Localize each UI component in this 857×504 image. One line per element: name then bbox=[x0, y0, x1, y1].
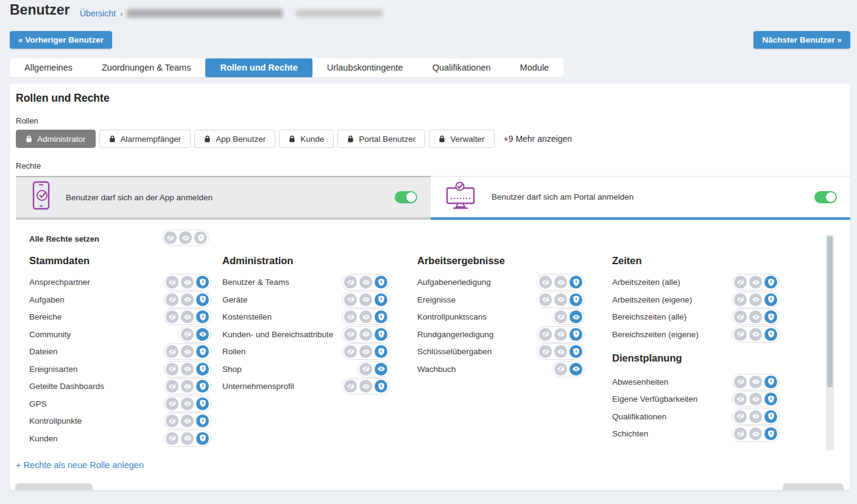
rights-scrollbar-thumb[interactable] bbox=[827, 236, 833, 387]
view-permission-option[interactable] bbox=[554, 345, 567, 358]
view-permission-option[interactable] bbox=[554, 293, 567, 306]
edit-permission-option[interactable] bbox=[764, 310, 777, 323]
hidden-permission-option[interactable] bbox=[166, 380, 178, 393]
edit-permission-option[interactable] bbox=[196, 380, 209, 393]
view-permission-option[interactable] bbox=[749, 410, 762, 423]
hidden-permission-option[interactable] bbox=[539, 345, 552, 358]
edit-permission-option[interactable] bbox=[570, 293, 582, 306]
next-user-button[interactable]: Nächster Benutzer » bbox=[753, 31, 850, 49]
hidden-permission-option[interactable] bbox=[181, 328, 194, 341]
view-permission-option[interactable] bbox=[181, 363, 194, 376]
edit-permission-option[interactable] bbox=[764, 376, 777, 388]
view-permission-option[interactable] bbox=[749, 376, 762, 388]
edit-permission-option[interactable] bbox=[196, 415, 209, 427]
hidden-permission-option[interactable] bbox=[344, 328, 357, 341]
view-permission-option[interactable] bbox=[181, 276, 194, 289]
hidden-permission-option[interactable] bbox=[734, 276, 747, 289]
edit-permission-option[interactable] bbox=[196, 310, 209, 323]
view-permission-option[interactable] bbox=[196, 328, 209, 341]
view-permission-option[interactable] bbox=[181, 345, 194, 358]
hidden-permission-option[interactable] bbox=[554, 310, 567, 323]
edit-permission-option[interactable] bbox=[764, 410, 777, 423]
edit-permission-option[interactable] bbox=[570, 345, 582, 358]
role-button-verwalter[interactable]: Verwalter bbox=[429, 130, 494, 148]
app-login-toggle[interactable] bbox=[395, 191, 417, 203]
edit-permission-option[interactable] bbox=[570, 328, 582, 341]
edit-permission-option[interactable] bbox=[764, 276, 777, 289]
edit-permission-option[interactable] bbox=[196, 345, 209, 358]
hidden-permission-option[interactable] bbox=[734, 393, 747, 405]
edit-permission-option[interactable] bbox=[194, 231, 207, 244]
hidden-permission-option[interactable] bbox=[344, 310, 357, 323]
hidden-permission-option[interactable] bbox=[166, 293, 178, 306]
tab-rollen-und-rechte[interactable]: Rollen und Rechte bbox=[205, 58, 312, 77]
edit-permission-option[interactable] bbox=[764, 328, 777, 341]
view-permission-option[interactable] bbox=[359, 380, 372, 393]
role-button-portal-benutzer[interactable]: Portal Benutzer bbox=[337, 130, 425, 148]
hidden-permission-option[interactable] bbox=[166, 310, 178, 323]
view-permission-option[interactable] bbox=[749, 276, 762, 289]
previous-user-button[interactable]: « Vorheriger Benutzer bbox=[10, 31, 112, 49]
view-permission-option[interactable] bbox=[359, 293, 372, 306]
tab-module[interactable]: Module bbox=[506, 58, 564, 77]
hidden-permission-option[interactable] bbox=[554, 363, 567, 376]
tab-urlaubskontingente[interactable]: Urlaubskontingente bbox=[312, 58, 418, 77]
hidden-permission-option[interactable] bbox=[359, 363, 372, 376]
view-permission-option[interactable] bbox=[181, 293, 194, 306]
view-permission-option[interactable] bbox=[359, 328, 372, 341]
hidden-permission-option[interactable] bbox=[166, 432, 178, 445]
role-button-kunde[interactable]: Kunde bbox=[279, 130, 334, 148]
edit-permission-option[interactable] bbox=[196, 293, 209, 306]
hidden-permission-option[interactable] bbox=[734, 376, 747, 388]
hidden-permission-option[interactable] bbox=[344, 380, 357, 393]
hidden-permission-option[interactable] bbox=[166, 276, 178, 289]
edit-permission-option[interactable] bbox=[764, 427, 777, 440]
edit-permission-option[interactable] bbox=[375, 276, 387, 289]
edit-permission-option[interactable] bbox=[375, 310, 387, 323]
hidden-permission-option[interactable] bbox=[734, 410, 747, 423]
view-permission-option[interactable] bbox=[749, 328, 762, 341]
edit-permission-option[interactable] bbox=[196, 276, 209, 289]
hidden-permission-option[interactable] bbox=[734, 310, 747, 323]
view-permission-option[interactable] bbox=[181, 432, 194, 445]
hidden-permission-option[interactable] bbox=[166, 415, 178, 427]
edit-permission-option[interactable] bbox=[375, 345, 387, 358]
bottom-right-button-cutoff[interactable] bbox=[783, 483, 844, 490]
edit-permission-option[interactable] bbox=[196, 363, 209, 376]
tab-qualifikationen[interactable]: Qualifikationen bbox=[418, 58, 506, 77]
view-permission-option[interactable] bbox=[359, 276, 372, 289]
hidden-permission-option[interactable] bbox=[539, 328, 552, 341]
view-permission-option[interactable] bbox=[181, 380, 194, 393]
hidden-permission-option[interactable] bbox=[164, 231, 177, 244]
portal-login-panel[interactable]: Benutzer darf sich am Portal anmelden bbox=[431, 176, 850, 220]
portal-login-toggle[interactable] bbox=[814, 191, 837, 203]
hidden-permission-option[interactable] bbox=[734, 328, 747, 341]
tab-zuordnungen-teams[interactable]: Zuordnungen & Teams bbox=[87, 58, 205, 77]
role-button-administrator[interactable]: Administrator bbox=[16, 130, 96, 148]
view-permission-option[interactable] bbox=[749, 293, 762, 306]
view-permission-option[interactable] bbox=[359, 345, 372, 358]
edit-permission-option[interactable] bbox=[764, 293, 777, 306]
hidden-permission-option[interactable] bbox=[539, 293, 552, 306]
bottom-left-button-cutoff[interactable] bbox=[15, 483, 93, 490]
create-role-from-rights-link[interactable]: + Rechte als neue Rolle anlegen bbox=[16, 460, 144, 470]
hidden-permission-option[interactable] bbox=[344, 345, 357, 358]
view-permission-option[interactable] bbox=[554, 276, 567, 289]
view-permission-option[interactable] bbox=[181, 415, 194, 427]
edit-permission-option[interactable] bbox=[375, 380, 387, 393]
edit-permission-option[interactable] bbox=[570, 276, 582, 289]
edit-permission-option[interactable] bbox=[196, 397, 209, 410]
view-permission-option[interactable] bbox=[570, 310, 582, 323]
view-permission-option[interactable] bbox=[181, 397, 194, 410]
role-button-alarmempfänger[interactable]: Alarmempfänger bbox=[99, 130, 191, 148]
hidden-permission-option[interactable] bbox=[344, 293, 357, 306]
tab-allgemeines[interactable]: Allgemeines bbox=[10, 58, 87, 77]
edit-permission-option[interactable] bbox=[375, 328, 387, 341]
rights-scrollbar[interactable] bbox=[826, 235, 834, 450]
hidden-permission-option[interactable] bbox=[734, 293, 747, 306]
hidden-permission-option[interactable] bbox=[344, 276, 357, 289]
view-permission-option[interactable] bbox=[570, 363, 582, 376]
view-permission-option[interactable] bbox=[375, 363, 387, 376]
app-login-panel[interactable]: Benutzer darf sich an der App anmelden bbox=[16, 176, 431, 220]
role-button-app-benutzer[interactable]: App Benutzer bbox=[194, 130, 275, 148]
